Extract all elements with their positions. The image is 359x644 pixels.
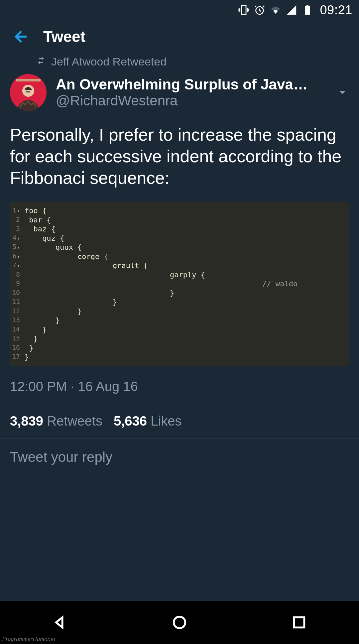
nav-recent-button[interactable]: [289, 612, 309, 632]
svg-rect-6: [294, 617, 304, 628]
svg-rect-2: [16, 79, 41, 81]
code-line-number: 13: [10, 316, 23, 325]
code-line-number: 11: [10, 298, 23, 307]
author-handle: @RichardWestenra: [56, 93, 326, 109]
retweets-stat[interactable]: 3,839 Retweets: [10, 414, 102, 429]
code-line: quux {: [23, 243, 346, 252]
code-line: foo {: [23, 206, 346, 215]
tweet-author-row[interactable]: An Overwhelming Surplus of Java… @Richar…: [10, 72, 349, 111]
retweeted-by-row[interactable]: Jeff Atwood Retweeted: [10, 53, 349, 72]
tweet-text: Personally, I prefer to increase the spa…: [10, 111, 349, 189]
code-line: }: [23, 325, 346, 334]
status-bar: 09:21: [0, 0, 359, 20]
battery-icon: [302, 4, 313, 16]
page-title: Tweet: [43, 28, 85, 46]
tweet-stats[interactable]: 3,839 Retweets 5,636 Likes: [10, 404, 349, 438]
code-line-number: 8: [10, 270, 23, 280]
app-bar: Tweet: [0, 20, 359, 53]
code-line-number: 1▾: [10, 206, 23, 215]
code-line: }: [23, 316, 346, 325]
code-line: quz {: [23, 234, 346, 243]
wifi-icon: [270, 4, 281, 16]
code-line: garply {: [23, 270, 346, 280]
code-line-number: 9: [10, 279, 23, 289]
tweet-date: 16 Aug 16: [78, 379, 138, 394]
code-line: // waldo: [23, 279, 346, 289]
svg-point-3: [22, 85, 34, 97]
reply-placeholder: Tweet your reply: [10, 449, 112, 465]
code-line-number: 4▾: [10, 234, 23, 243]
code-line-number: 14: [10, 325, 23, 334]
svg-rect-4: [26, 91, 30, 92]
code-line: baz {: [23, 224, 346, 234]
retweeted-by-label: Jeff Atwood Retweeted: [51, 55, 167, 68]
reply-input[interactable]: Tweet your reply: [0, 438, 359, 476]
code-line-number: 3: [10, 224, 23, 234]
retweet-icon: [36, 55, 46, 68]
code-line-number: 17: [10, 352, 23, 362]
code-line: }: [23, 289, 346, 298]
vibrate-icon: [238, 4, 249, 16]
likes-stat[interactable]: 5,636 Likes: [114, 414, 182, 429]
signal-icon: [286, 4, 297, 16]
code-line: }: [23, 298, 346, 307]
tweet-time: 12:00 PM: [10, 379, 67, 394]
code-line-number: 16: [10, 343, 23, 353]
tweet-timestamp[interactable]: 12:00 PM · 16 Aug 16: [10, 366, 349, 404]
watermark: ProgrammerHumor.io: [2, 636, 55, 643]
code-line-number: 7▾: [10, 261, 23, 270]
tweet-menu-button[interactable]: [336, 86, 349, 99]
author-display-name: An Overwhelming Surplus of Java…: [56, 76, 326, 93]
code-line: corge {: [23, 252, 346, 261]
back-button[interactable]: [10, 27, 30, 47]
tweet-image-code[interactable]: 1▾foo {2 bar {3 baz {4▾ quz {5▾ quux {6▾…: [10, 202, 349, 366]
svg-point-5: [174, 617, 185, 628]
code-line-number: 12: [10, 307, 23, 316]
code-line: }: [23, 343, 346, 353]
code-line-number: 5▾: [10, 243, 23, 252]
code-line-number: 15: [10, 334, 23, 343]
code-line: }: [23, 352, 346, 362]
code-line: bar {: [23, 215, 346, 225]
code-line-number: 10: [10, 289, 23, 298]
avatar[interactable]: [10, 74, 47, 111]
code-line: }: [23, 334, 346, 343]
status-time: 09:21: [320, 3, 352, 17]
code-line-number: 6▾: [10, 252, 23, 261]
code-line: }: [23, 307, 346, 316]
alarm-icon: [254, 4, 265, 16]
code-line-number: 2: [10, 215, 23, 225]
nav-home-button[interactable]: [170, 612, 189, 632]
code-line: grault {: [23, 261, 346, 270]
nav-back-button[interactable]: [50, 612, 70, 632]
